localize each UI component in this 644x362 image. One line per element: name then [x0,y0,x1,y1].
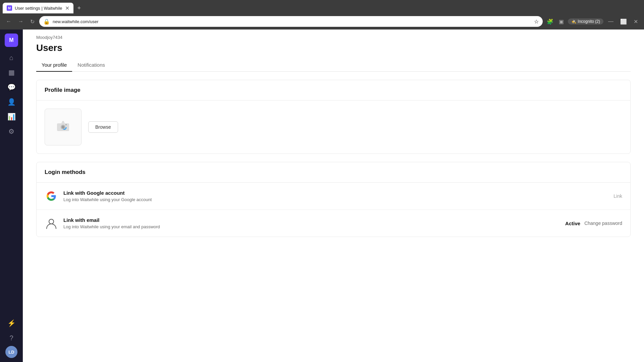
extensions-button[interactable]: 🧩 [545,17,555,26]
breadcrumb: Moodjoy7434 [36,29,631,43]
email-method-desc: Log into Waitwhile using your email and … [63,224,560,229]
sidebar-brand-avatar[interactable]: M [5,34,18,47]
browser-actions: 🧩 ▣ 🕵 Incognito (2) [545,17,603,26]
sidebar-item-home[interactable]: ⌂ [5,51,18,64]
browser-tab[interactable]: M User settings | Waitwhile ✕ [3,3,73,13]
tab-favicon: M [7,5,12,11]
sidebar-item-analytics[interactable]: 📊 [5,110,18,123]
maximize-button[interactable]: ⬜ [618,17,629,26]
profile-image-body: Browse [37,101,630,154]
email-login-method: Link with email Log into Waitwhile using… [37,210,630,237]
page-title: Users [36,43,631,53]
svg-marker-1 [61,121,65,123]
sidebar-item-settings[interactable]: ⚙ [5,125,18,138]
google-icon [45,189,58,203]
sidebar: M ⌂ ▦ 💬 👤 📊 ⚙ ⚡ ? LD [0,29,23,362]
nav-controls: ← → ↻ 🔒 new.waitwhile.com/user ☆ 🧩 ▣ 🕵 I… [0,13,644,29]
incognito-icon: 🕵 [571,19,576,24]
forward-button[interactable]: → [16,17,25,26]
main-content: Moodjoy7434 Users Your profile Notificat… [23,29,644,362]
email-person-icon [45,217,58,230]
incognito-badge[interactable]: 🕵 Incognito (2) [568,18,603,24]
login-methods-header: Login methods [37,162,630,183]
sidebar-item-lightning[interactable]: ⚡ [5,316,18,330]
profile-image-upload: Browse [45,109,622,145]
new-tab-button[interactable]: + [75,3,84,13]
browser-tabs: M User settings | Waitwhile ✕ + [0,0,644,13]
incognito-label: Incognito (2) [578,19,600,24]
tab-title: User settings | Waitwhile [15,6,62,11]
google-link-button[interactable]: Link [613,193,622,199]
address-bar[interactable]: 🔒 new.waitwhile.com/user ☆ [39,16,543,27]
url-display: new.waitwhile.com/user [53,19,531,24]
camera-icon [57,121,69,133]
tab-close-button[interactable]: ✕ [65,5,69,11]
sidebar-item-chat[interactable]: 💬 [5,80,18,94]
google-method-desc: Log into Waitwhile using your Google acc… [63,197,608,202]
app-layout: M ⌂ ▦ 💬 👤 📊 ⚙ ⚡ ? LD Moodjoy7434 Users Y… [0,29,644,362]
sidebar-item-calendar[interactable]: ▦ [5,66,18,79]
content-area: Moodjoy7434 Users Your profile Notificat… [23,29,644,250]
star-icon[interactable]: ☆ [534,18,539,25]
google-method-info: Link with Google account Log into Waitwh… [63,190,608,202]
reload-button[interactable]: ↻ [28,17,37,26]
tabs-container: Your profile Notifications [36,59,631,72]
tab-notifications[interactable]: Notifications [72,59,110,72]
browser-chrome: M User settings | Waitwhile ✕ + ← → ↻ 🔒 … [0,0,644,29]
email-method-info: Link with email Log into Waitwhile using… [63,217,560,229]
profile-image-header: Profile image [37,80,630,101]
close-button[interactable]: ✕ [632,17,640,26]
back-button[interactable]: ← [4,17,13,26]
google-method-actions: Link [613,193,622,199]
sidebar-bottom: ⚡ ? LD [5,316,18,358]
google-method-name: Link with Google account [63,190,608,196]
minimize-button[interactable]: — [606,17,615,26]
image-upload-area[interactable] [45,109,82,145]
sidebar-user-avatar[interactable]: LD [5,346,17,358]
google-login-method: Link with Google account Log into Waitwh… [37,183,630,210]
email-method-name: Link with email [63,217,560,223]
login-methods-section: Login methods Link with Google acco [36,162,631,237]
change-password-button[interactable]: Change password [584,221,622,226]
svg-point-4 [65,124,67,125]
profile-image-section: Profile image [36,80,631,154]
sidebar-item-users[interactable]: 👤 [5,95,18,109]
email-method-actions: Active Change password [565,221,622,226]
svg-point-7 [49,219,54,224]
tab-your-profile[interactable]: Your profile [36,59,72,72]
sidebar-item-help[interactable]: ? [5,331,18,345]
lock-icon: 🔒 [43,18,50,25]
svg-point-3 [62,126,64,128]
email-status-badge: Active [565,221,580,226]
browse-button[interactable]: Browse [88,121,118,133]
sidebar-button[interactable]: ▣ [557,17,565,26]
